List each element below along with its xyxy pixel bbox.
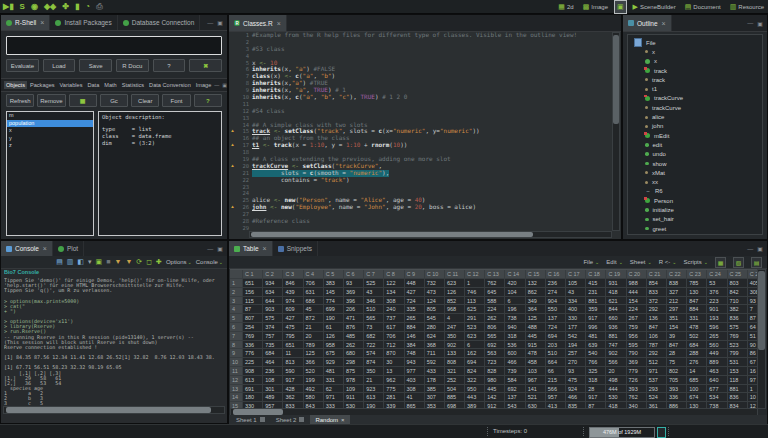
- table-cell[interactable]: 884: [687, 305, 707, 314]
- table-cell[interactable]: 971: [324, 393, 344, 402]
- table-cell[interactable]: 563: [485, 349, 505, 358]
- table-cell[interactable]: 884: [405, 323, 425, 332]
- table-cell[interactable]: 231: [586, 288, 606, 297]
- table-cell[interactable]: 623: [465, 332, 485, 341]
- table-cell[interactable]: 21: [364, 376, 384, 385]
- table-cell[interactable]: 28: [586, 385, 606, 394]
- table-cell[interactable]: 684: [263, 349, 283, 358]
- table-cell[interactable]: 769: [243, 332, 263, 341]
- table-cell[interactable]: 334: [566, 297, 586, 306]
- console-output[interactable]: Bio7 Console Tippen Sie 'demo()' für ein…: [4, 269, 224, 407]
- table-cell[interactable]: 540: [586, 349, 606, 358]
- table-cell[interactable]: 534: [707, 393, 727, 402]
- table-cell[interactable]: 956: [627, 332, 647, 341]
- outline-item-x[interactable]: x: [628, 47, 762, 56]
- table-cell[interactable]: 580: [304, 393, 324, 402]
- table-cell[interactable]: 524: [647, 393, 667, 402]
- table-cell[interactable]: 225: [243, 358, 263, 367]
- table-cell[interactable]: 774: [324, 297, 344, 306]
- outline-item-trackcurve[interactable]: trackCurve: [628, 94, 762, 103]
- table-cell[interactable]: 520: [304, 367, 324, 376]
- table-cell[interactable]: 974: [283, 297, 303, 306]
- outline-item-undo[interactable]: undo: [628, 150, 762, 159]
- table-cell[interactable]: 575: [728, 323, 748, 332]
- table-cell[interactable]: 178: [425, 376, 445, 385]
- table-cell[interactable]: 803: [728, 279, 748, 288]
- table-cell[interactable]: 270: [566, 358, 586, 367]
- table-cell[interactable]: 664: [546, 358, 566, 367]
- table-cell[interactable]: 592: [425, 358, 445, 367]
- warning-icon[interactable]: ▲: [229, 142, 236, 149]
- table-cell[interactable]: 613: [243, 376, 263, 385]
- table-cell[interactable]: 521: [526, 393, 546, 402]
- code-text[interactable]: #S4 class: [252, 108, 285, 115]
- table-cell[interactable]: 542: [566, 332, 586, 341]
- table-cell[interactable]: 372: [647, 297, 667, 306]
- table-cell[interactable]: 458: [526, 358, 546, 367]
- minimize-icon[interactable]: —: [747, 20, 753, 26]
- evaluate-button[interactable]: Evaluate: [6, 59, 39, 72]
- table-cell[interactable]: 694: [465, 358, 485, 367]
- table-vertical-scrollbar[interactable]: [757, 269, 766, 409]
- table-cell[interactable]: 682: [364, 332, 384, 341]
- table-cell[interactable]: 502: [687, 332, 707, 341]
- table-cell[interactable]: 301: [263, 385, 283, 394]
- outline-item-xmat[interactable]: xMat: [628, 168, 762, 177]
- table-cell[interactable]: 836: [728, 314, 748, 323]
- plugin-icon[interactable]: ✤: [62, 0, 69, 14]
- code-text[interactable]: contains = "track"): [252, 177, 350, 184]
- object-item-z[interactable]: z: [7, 142, 93, 150]
- table-cell[interactable]: 537: [647, 376, 667, 385]
- table-cell[interactable]: 41: [405, 393, 425, 402]
- table-cell[interactable]: 350: [445, 332, 465, 341]
- table-cell[interactable]: 746: [465, 288, 485, 297]
- menu-file[interactable]: File⌄: [583, 259, 599, 265]
- table-cell[interactable]: 634: [263, 288, 283, 297]
- table-cell[interactable]: 705: [667, 376, 687, 385]
- maximize-icon[interactable]: ▣: [757, 245, 763, 252]
- column-header[interactable]: C 16: [546, 270, 566, 279]
- row-header[interactable]: 5: [230, 314, 243, 323]
- table-cell[interactable]: 369: [344, 288, 364, 297]
- table-cell[interactable]: 595: [627, 341, 647, 350]
- stop-s-icon[interactable]: S: [20, 0, 25, 14]
- table-cell[interactable]: 694: [546, 332, 566, 341]
- table-cell[interactable]: 862: [526, 288, 546, 297]
- document-button[interactable]: ▤Document: [683, 1, 723, 13]
- table-cell[interactable]: 464: [263, 358, 283, 367]
- column-header[interactable]: C 9: [405, 270, 425, 279]
- table-cell[interactable]: 808: [445, 358, 465, 367]
- table-cell[interactable]: 685: [687, 376, 707, 385]
- column-header[interactable]: C 25: [728, 270, 748, 279]
- table-cell[interactable]: 105: [566, 279, 586, 288]
- table-cell[interactable]: 298: [344, 358, 364, 367]
- code-text[interactable]: #S3 class: [252, 46, 285, 53]
- row-header[interactable]: 2: [230, 288, 243, 297]
- table-cell[interactable]: 510: [546, 349, 566, 358]
- table-cell[interactable]: 790: [627, 349, 647, 358]
- table-cell[interactable]: 806: [485, 323, 505, 332]
- maximize-icon[interactable]: ▣: [217, 245, 223, 252]
- maximize-icon[interactable]: ▣: [757, 20, 763, 27]
- row-header[interactable]: 14: [230, 393, 243, 402]
- table-cell[interactable]: 775: [384, 385, 404, 394]
- table-cell[interactable]: 134: [384, 288, 404, 297]
- table-cell[interactable]: 609: [283, 305, 303, 314]
- code-line[interactable]: 23: [229, 184, 613, 191]
- subtab-statistics[interactable]: Statistics: [120, 81, 146, 89]
- table-cell[interactable]: 130: [687, 288, 707, 297]
- table-cell[interactable]: 802: [667, 367, 687, 376]
- table-cell[interactable]: 789: [304, 341, 324, 350]
- column-header[interactable]: C 7: [364, 270, 384, 279]
- table-cell[interactable]: 369: [627, 358, 647, 367]
- table-cell[interactable]: 93: [344, 279, 364, 288]
- code-text[interactable]: john <- new("Employee", name = "John", a…: [252, 204, 476, 211]
- table-cell[interactable]: 596: [707, 323, 727, 332]
- table-cell[interactable]: 680: [344, 349, 364, 358]
- table-cell[interactable]: 382: [728, 305, 748, 314]
- column-header[interactable]: C 13: [485, 270, 505, 279]
- column-header[interactable]: C 17: [566, 270, 586, 279]
- stop-icon[interactable]: ■: [106, 256, 110, 268]
- table-cell[interactable]: 396: [344, 297, 364, 306]
- table-cell[interactable]: 523: [465, 323, 485, 332]
